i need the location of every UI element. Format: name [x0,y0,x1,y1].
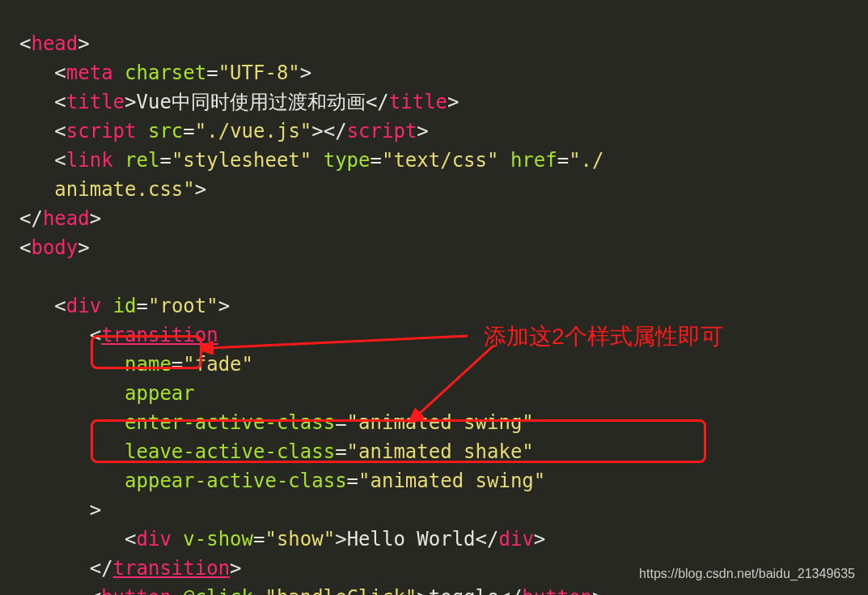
code-block: <head> <meta charset="UTF-8"> <title>Vue… [0,0,868,595]
watermark: https://blog.csdn.net/baidu_21349635 [639,559,855,589]
